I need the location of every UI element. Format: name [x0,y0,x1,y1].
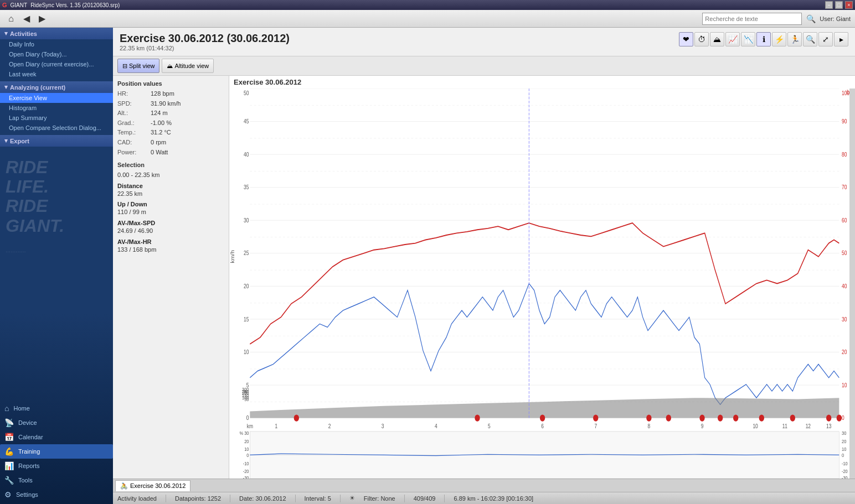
forward-button[interactable]: ▶ [35,12,49,25]
chart-container[interactable]: 0 5 10 15 20 25 30 35 40 45 50 [229,89,855,479]
svg-text:0: 0 [842,414,844,421]
sidebar-item-histogram[interactable]: Histogram [0,103,113,113]
temp-value: 31.2 °C [151,128,171,138]
distance-row: 22.35 km [117,189,224,199]
altitude-icon-btn[interactable]: ⛰ [710,32,724,46]
search-input[interactable] [702,13,802,25]
chart-down-icon-btn[interactable]: 📉 [741,32,755,46]
distance-title: Distance [117,183,224,189]
altitude-view-button[interactable]: ⛰ Altitude view [162,59,214,73]
svg-text:45: 45 [244,118,249,124]
spd-row: SPD: 31.90 km/h [117,99,224,109]
heart-rate-icon-btn[interactable]: ❤ [679,32,693,46]
info-icon-btn[interactable]: ℹ [756,32,771,46]
activities-section-header[interactable]: ▾ Activities [0,28,113,39]
svg-text:2: 2 [328,423,331,429]
more-icon-btn[interactable]: ▸ [834,32,848,46]
sidebar-item-open-diary-current[interactable]: Open Diary (current exercise)... [0,59,113,69]
chart-area: Exercise 30.06.2012 [229,76,855,479]
exercise-icon-group: ❤ ⏱ ⛰ 📈 📉 ℹ ⚡ 🏃 🔍 ⤢ ▸ [679,32,848,46]
sidebar-item-open-diary-today[interactable]: Open Diary (Today)... [0,49,113,59]
svg-point-77 [733,415,738,422]
exercise-tab-icon: 🚴 [120,482,128,490]
spd-value: 31.90 km/h [151,99,181,109]
exercise-toolbar: ⊟ Split view ⛰ Altitude view [113,56,855,76]
back-button[interactable]: ◀ [20,12,33,25]
export-section-header[interactable]: ▾ Export [0,135,113,147]
calendar-icon: 📅 [4,433,14,441]
sidebar-item-device[interactable]: 📡 Device [0,415,113,430]
status-sep-3 [295,495,296,502]
position-values-title: Position values [117,80,224,87]
titlebar-right: − □ × [825,1,853,9]
filter-status: Filter: None [364,495,395,502]
content: ▾ Activities Daily Info Open Diary (Toda… [0,28,855,504]
chevron-down-icon: ▾ [4,30,8,37]
sidebar-item-daily-info[interactable]: Daily Info [0,39,113,49]
svg-text:-30: -30 [842,475,848,479]
maximize-button[interactable]: □ [835,1,843,9]
svg-text:0: 0 [246,414,249,421]
exercise-title: Exercise 30.06.2012 (30.06.2012) [120,32,290,45]
sidebar-item-open-compare[interactable]: Open Compare Selection Dialog... [0,123,113,133]
svg-text:11: 11 [782,423,787,429]
power-label: Power: [117,148,151,158]
home-nav-button[interactable]: ⌂ [4,12,18,25]
device-icon: 📡 [4,418,14,427]
svg-text:9: 9 [701,423,704,429]
settings-nav-label: Settings [16,491,38,498]
svg-text:0: 0 [246,452,249,458]
expand-icon-btn[interactable]: ⤢ [818,32,833,46]
exercise-tab[interactable]: 🚴 Exercise 30.06.2012 [115,480,190,491]
date-status: Date: 30.06.2012 [239,495,286,502]
speed-icon-btn[interactable]: ⏱ [694,32,709,46]
svg-text:7: 7 [594,423,597,429]
sidebar-item-training[interactable]: 💪 Training [0,444,113,459]
svg-point-73 [646,415,651,422]
sidebar-item-calendar[interactable]: 📅 Calendar [0,430,113,444]
status-sep-5 [404,495,405,502]
alt-row: Alt.: 124 m [117,108,224,118]
minimize-button[interactable]: − [825,1,833,9]
datapoints-status: Datapoints: 1252 [175,495,221,502]
close-button[interactable]: × [845,1,853,9]
reports-nav-label: Reports [18,463,40,469]
search-icon-btn[interactable]: 🔍 [803,32,817,46]
svg-text:70: 70 [842,184,847,190]
exercise-subtitle: 22.35 km (01:44:32) [120,45,290,51]
svg-text:15: 15 [244,315,249,322]
svg-text:-10: -10 [243,460,249,466]
position-status: 6.89 km - 16:02:39 [00:16:30] [454,495,533,502]
run-icon-btn[interactable]: 🏃 [787,32,802,46]
app-logo: G [2,2,7,8]
sidebar-item-exercise-view[interactable]: Exercise View [0,93,113,103]
lightning-icon-btn[interactable]: ⚡ [772,32,786,46]
sidebar-item-lap-summary[interactable]: Lap Summary [0,113,113,123]
svg-text:10: 10 [842,446,846,452]
sidebar-item-home[interactable]: ⌂ Home [0,401,113,415]
search-button[interactable]: 🔍 [804,12,817,25]
sidebar-item-settings[interactable]: ⚙ Settings [0,487,113,502]
sidebar-item-reports[interactable]: 📊 Reports [0,459,113,473]
selection-title: Selection [117,162,224,168]
interval-status: Interval: 5 [305,495,331,502]
sidebar-item-tools[interactable]: 🔧 Tools [0,473,113,487]
export-label: Export [10,138,29,144]
analyzing-section-header[interactable]: ▾ Analyzing (current) [0,81,113,93]
grad-row: Grad.: -1.00 % [117,118,224,128]
chart-scrollbar[interactable] [849,89,855,479]
svg-text:10: 10 [244,446,249,452]
svg-point-74 [666,415,671,422]
exercise-tab-label: Exercise 30.06.2012 [130,482,186,489]
selection-range-value: 0.00 - 22.35 km [117,170,159,180]
svg-text:5: 5 [488,423,491,429]
version-label: RideSync Vers. 1.35 (20120630.srp) [30,2,120,8]
statusbar: Activity loaded Datapoints: 1252 Date: 3… [113,492,855,504]
svg-text:40: 40 [842,283,847,289]
split-view-button[interactable]: ⊟ Split view [117,59,159,73]
svg-text:50: 50 [244,90,249,96]
sidebar-item-last-week[interactable]: Last week [0,69,113,79]
alt-value: 124 m [151,108,168,118]
chart-up-icon-btn[interactable]: 📈 [725,32,740,46]
svg-text:10: 10 [244,349,249,355]
